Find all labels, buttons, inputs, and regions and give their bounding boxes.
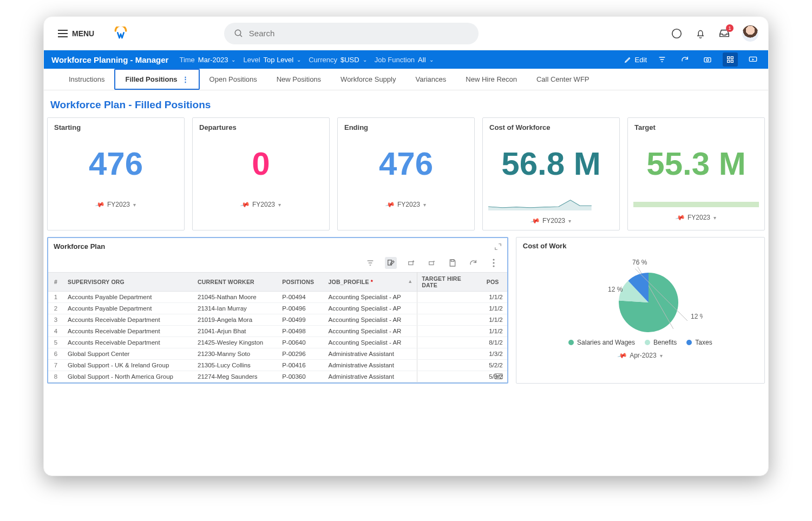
grid-view-icon[interactable] <box>723 52 738 67</box>
grid-more-icon[interactable] <box>488 257 500 269</box>
chevron-down-icon: ⌄ <box>231 57 235 63</box>
svg-rect-19 <box>409 262 413 265</box>
legend-swatch <box>686 340 692 345</box>
pin-icon: 📌 <box>239 199 250 210</box>
legend-item[interactable]: Taxes <box>686 339 712 346</box>
kpi-card-ending: Ending476📌FY2023▾ <box>337 117 475 230</box>
expand-icon[interactable] <box>494 243 502 250</box>
kpi-title: Departures <box>193 118 329 137</box>
table-row[interactable]: 3Accounts Receivable Department21019-Ang… <box>48 314 507 326</box>
edit-label: Edit <box>635 56 647 64</box>
tab-more-icon[interactable]: ⋮ <box>182 75 189 83</box>
svg-rect-11 <box>731 60 733 62</box>
chevron-down-icon: ▾ <box>568 218 571 224</box>
menu-button[interactable]: MENU <box>54 26 99 41</box>
workforce-plan-table[interactable]: #SUPERVISORY ORGCURRENT WORKERPOSITIONSJ… <box>48 272 507 382</box>
column-target-hire-date[interactable]: TARGET HIRE DATE <box>417 273 482 292</box>
grid-edit-icon[interactable] <box>385 257 397 269</box>
tab-variances[interactable]: Variances <box>405 69 456 90</box>
grid-delete-icon[interactable] <box>426 257 438 269</box>
kpi-value: 56.8 M <box>483 137 619 196</box>
filter-icon[interactable] <box>654 52 670 67</box>
edit-button[interactable]: Edit <box>624 56 647 64</box>
chat-icon[interactable] <box>671 28 683 39</box>
kpi-value: 55.3 M <box>628 137 764 196</box>
pin-icon: 📌 <box>94 199 105 210</box>
param-job-function[interactable]: Job FunctionAll⌄ <box>375 56 434 64</box>
pie-footer-label: Apr-2023 <box>630 352 656 359</box>
global-search[interactable] <box>224 23 479 44</box>
page-title: Workforce Plan - Filled Positions <box>47 90 765 117</box>
table-row[interactable]: 4Accounts Receivable Department21041-Arj… <box>48 326 507 337</box>
param-time[interactable]: TimeMar-2023⌄ <box>179 56 235 64</box>
tab-new-positions[interactable]: New Positions <box>267 69 331 90</box>
tabs: InstructionsFilled Positions⋮Open Positi… <box>44 69 768 90</box>
param-currency[interactable]: Currency$USD⌄ <box>309 56 366 64</box>
tab-new-hire-recon[interactable]: New Hire Recon <box>456 69 527 90</box>
svg-marker-14 <box>488 200 592 210</box>
content: Workforce Plan - Filled Positions Starti… <box>44 90 768 389</box>
tab-filled-positions[interactable]: Filled Positions⋮ <box>114 69 199 90</box>
kpi-footer[interactable]: 📌FY2023▾ <box>483 213 619 230</box>
chevron-down-icon: ⌄ <box>297 57 301 63</box>
table-row[interactable]: 1Accounts Payable Department21045-Nathan… <box>48 292 507 303</box>
refresh-icon[interactable] <box>677 52 692 67</box>
column-job-profile[interactable]: JOB_PROFILE * ▲ <box>324 273 417 292</box>
pie-footer[interactable]: 📌 Apr-2023 ▾ <box>516 348 764 364</box>
kpi-footer[interactable]: 📌FY2023▾ <box>193 196 329 214</box>
pin-icon: 📌 <box>529 215 540 226</box>
pin-icon: 📌 <box>675 212 685 223</box>
column--[interactable]: # <box>48 273 63 292</box>
table-row[interactable]: 6Global Support Center21230-Manny SotoP-… <box>48 348 507 360</box>
search-input[interactable] <box>249 29 469 38</box>
kpi-card-cost-of-workforce: Cost of Workforce56.8 M📌FY2023▾ <box>482 117 620 230</box>
pie-legend: Salaries and WagesBenefitsTaxes <box>568 339 712 346</box>
snapshot-icon[interactable] <box>700 52 715 67</box>
tab-workforce-supply[interactable]: Workforce Supply <box>331 69 405 90</box>
svg-rect-8 <box>728 57 730 59</box>
kpi-footer[interactable]: 📌FY2023▾ <box>338 196 474 214</box>
user-avatar[interactable] <box>742 25 758 42</box>
keyboard-icon[interactable] <box>494 373 503 379</box>
svg-point-7 <box>706 59 709 61</box>
legend-item[interactable]: Salaries and Wages <box>568 339 635 346</box>
param-level[interactable]: LevelTop Level⌄ <box>243 56 301 64</box>
table-row[interactable]: 8Global Support - North America Group212… <box>48 371 507 382</box>
table-row[interactable]: 2Accounts Payable Department21314-Ian Mu… <box>48 303 507 314</box>
pencil-icon <box>624 56 632 63</box>
column-pos[interactable]: POS <box>482 273 507 292</box>
tab-call-center-wfp[interactable]: Call Center WFP <box>527 69 599 90</box>
grid-insert-icon[interactable] <box>405 257 417 269</box>
chevron-down-icon: ▾ <box>278 202 281 208</box>
present-icon[interactable] <box>745 52 761 67</box>
grid-filter-icon[interactable] <box>364 257 376 269</box>
column-positions[interactable]: POSITIONS <box>278 273 324 292</box>
kpi-footer[interactable]: 📌FY2023▾ <box>628 209 764 227</box>
svg-marker-13 <box>752 58 754 61</box>
inbox-icon[interactable]: 1 <box>718 28 730 39</box>
pin-icon: 📌 <box>384 199 395 210</box>
grid-refresh-icon[interactable] <box>467 257 479 269</box>
table-row[interactable]: 7Global Support - UK & Ireland Group2130… <box>48 360 507 371</box>
pie-title: Cost of Work <box>516 238 764 254</box>
svg-point-0 <box>235 30 241 36</box>
column-supervisory-org[interactable]: SUPERVISORY ORG <box>63 273 193 292</box>
kpi-value: 476 <box>48 137 184 196</box>
tab-open-positions[interactable]: Open Positions <box>200 69 267 90</box>
grid-save-icon[interactable] <box>447 257 459 269</box>
chevron-down-icon: ⌄ <box>363 57 367 63</box>
pie-chart-svg: 76 %12 %12 % <box>578 256 703 338</box>
inbox-badge: 1 <box>726 24 734 32</box>
column-current-worker[interactable]: CURRENT WORKER <box>193 273 278 292</box>
legend-item[interactable]: Benefits <box>645 339 677 346</box>
chevron-down-icon: ▾ <box>133 202 136 208</box>
kpi-footer[interactable]: 📌FY2023▾ <box>48 196 184 214</box>
notifications-icon[interactable] <box>695 28 706 39</box>
table-row[interactable]: 5Accounts Receivable Department21425-Wes… <box>48 337 507 348</box>
app-frame: MENU 1 Workforce Planning - Manager Time… <box>43 16 769 476</box>
chevron-down-icon: ▾ <box>713 215 716 221</box>
svg-rect-9 <box>731 57 733 59</box>
tab-instructions[interactable]: Instructions <box>59 69 114 90</box>
svg-rect-6 <box>704 58 711 62</box>
workday-logo[interactable] <box>114 27 128 41</box>
